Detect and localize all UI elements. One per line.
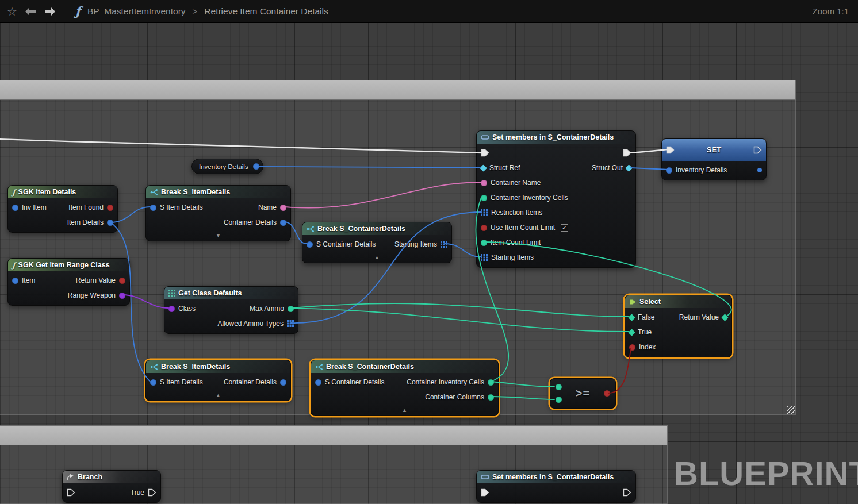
inv-item-pin[interactable] — [12, 205, 18, 211]
use-item-count-limit-pin[interactable] — [481, 225, 487, 231]
s-item-details-pin[interactable] — [150, 379, 156, 386]
pin-row: Inventory Details — [662, 163, 766, 178]
breadcrumb-blueprint[interactable]: BP_MasterItemInventory — [87, 6, 186, 17]
use-item-count-limit-checkbox[interactable]: ✓ — [561, 224, 568, 232]
breadcrumb-separator: > — [193, 6, 198, 16]
collapse-toggle[interactable]: ▼ — [146, 232, 290, 241]
inventory-details-pin[interactable] — [666, 167, 672, 174]
container-inventory-cells-label: Container Inventory Cells — [407, 378, 484, 386]
exec-in-pin[interactable] — [666, 146, 675, 154]
starting-items-pin[interactable] — [441, 241, 447, 248]
container-name-pin[interactable] — [481, 180, 487, 186]
set-inventory-details[interactable]: SETInventory Details — [661, 138, 767, 180]
struct-out-pin[interactable] — [625, 164, 633, 172]
exec-in-pin[interactable] — [481, 488, 489, 497]
node-header[interactable]: Break S_ContainerDetails — [302, 222, 451, 235]
node-header[interactable]: SET — [662, 139, 766, 161]
item-pin[interactable] — [12, 278, 18, 284]
exec-out-pin[interactable] — [753, 146, 762, 154]
s-item-details-pin[interactable] — [150, 205, 156, 211]
exec-out-pin[interactable] — [757, 168, 762, 172]
exec-out-pin[interactable] — [623, 149, 631, 157]
item-details-pin[interactable] — [107, 220, 113, 226]
range-weapon-pin[interactable] — [119, 293, 125, 299]
branch-node[interactable]: BranchTrue — [62, 470, 161, 503]
false-pin[interactable] — [628, 314, 635, 321]
node-header[interactable]: Select — [625, 295, 731, 308]
favorite-star-icon[interactable]: ☆ — [7, 6, 17, 17]
set-members-1[interactable]: Set members in S_ContainerDetailsStruct … — [476, 130, 636, 268]
break-struct-icon — [307, 225, 315, 233]
break-s-containerdetails-1[interactable]: Break S_ContainerDetailsS Container Deta… — [302, 222, 452, 263]
exec-in-pin[interactable] — [67, 488, 75, 497]
node-header[interactable]: Set members in S_ContainerDetails — [477, 131, 635, 144]
pin-row: Allowed Ammo Types — [164, 316, 298, 331]
container-details-pin[interactable] — [280, 220, 286, 226]
get-class-defaults[interactable]: Get Class DefaultsClassMax AmmoAllowed A… — [164, 286, 298, 334]
s-item-details-label: S Item Details — [160, 378, 203, 386]
container-inventory-cells-pin[interactable] — [481, 195, 487, 201]
select-node[interactable]: SelectFalseReturn ValueTrueIndex — [625, 295, 732, 357]
node-header[interactable]: Break S_ItemDetails — [146, 186, 290, 198]
collapse-toggle[interactable]: ▲ — [146, 392, 290, 401]
node-header[interactable]: ƒSGK Get Item Range Class — [8, 259, 129, 271]
allowed-ammo-types-pin[interactable] — [287, 320, 294, 327]
item-found-pin[interactable] — [107, 205, 113, 211]
pin-row: Range Weapon — [8, 288, 129, 303]
node-header[interactable]: Break S_ItemDetails — [146, 360, 290, 373]
return-value-pin[interactable] — [721, 314, 729, 321]
collapse-toggle[interactable]: ▲ — [302, 254, 451, 263]
true-label: True — [638, 328, 652, 336]
breadcrumb-function[interactable]: Retrieve Item Container Details — [204, 6, 328, 17]
operand-b-pin[interactable] — [556, 397, 562, 403]
item-count-limit-pin[interactable] — [481, 240, 487, 246]
collapse-toggle[interactable]: ▲ — [311, 407, 498, 415]
starting-items-pin[interactable] — [481, 254, 488, 261]
class-defaults-icon — [168, 290, 175, 297]
var-get-inventory-details[interactable]: Inventory Details — [191, 159, 263, 174]
sgk-get-item-range-class[interactable]: ƒSGK Get Item Range ClassItemReturn Valu… — [7, 258, 130, 306]
forward-arrow-icon[interactable] — [44, 7, 56, 16]
node-header[interactable]: Break S_ContainerDetails — [311, 360, 498, 373]
break-s-containerdetails-2[interactable]: Break S_ContainerDetailsS Container Deta… — [311, 360, 499, 416]
inventory-details-output-pin[interactable] — [253, 163, 259, 170]
true-pin[interactable] — [628, 329, 635, 336]
operand-a-pin[interactable] — [556, 384, 562, 390]
pin-row: S Item DetailsName — [146, 200, 290, 215]
exec-in-pin[interactable] — [481, 149, 489, 157]
break-s-itemdetails-2[interactable]: Break S_ItemDetailsS Item DetailsContain… — [145, 360, 291, 401]
container-inventory-cells-pin[interactable] — [488, 379, 494, 386]
container-columns-pin[interactable] — [488, 394, 494, 401]
node-title: Break S_ItemDetails — [161, 363, 230, 371]
node-title: SGK Item Details — [18, 188, 76, 196]
node-header[interactable]: Branch — [63, 471, 160, 483]
return-value-pin[interactable] — [119, 278, 125, 284]
name-pin[interactable] — [280, 205, 286, 211]
select-icon — [629, 298, 637, 306]
result-pin[interactable] — [604, 390, 610, 397]
s-container-details-pin[interactable] — [315, 379, 321, 386]
pin-row: Struct RefStruct Out — [477, 160, 635, 175]
node-header[interactable]: Get Class Defaults — [164, 287, 298, 299]
greater-equal-node[interactable]: >= — [550, 378, 616, 409]
max-ammo-pin[interactable] — [288, 306, 294, 312]
true-pin[interactable] — [148, 488, 156, 497]
back-arrow-icon[interactable] — [24, 7, 37, 16]
node-title: Branch — [78, 473, 102, 481]
sgk-item-details[interactable]: ƒSGK Item DetailsInv ItemItem FoundItem … — [7, 185, 118, 233]
s-container-details-pin[interactable] — [307, 241, 313, 248]
exec-out-pin[interactable] — [623, 488, 631, 497]
item-found-label: Item Found — [68, 203, 104, 211]
restriction-items-pin[interactable] — [481, 209, 488, 216]
break-s-itemdetails-1[interactable]: Break S_ItemDetailsS Item DetailsNameCon… — [145, 185, 291, 241]
node-header[interactable]: Set members in S_ContainerDetails — [477, 471, 635, 483]
set-members-2[interactable]: Set members in S_ContainerDetails — [476, 470, 636, 503]
allowed-ammo-types-label: Allowed Ammo Types — [218, 320, 284, 328]
struct-ref-pin[interactable] — [480, 164, 487, 172]
index-pin[interactable] — [629, 344, 635, 351]
toolbar: ☆ ƒ BP_MasterItemInventory > Retrieve It… — [0, 0, 858, 23]
s-container-details-label: S Container Details — [316, 240, 376, 248]
class-pin[interactable] — [168, 306, 175, 312]
node-header[interactable]: ƒSGK Item Details — [8, 186, 117, 198]
container-details-pin[interactable] — [280, 379, 286, 386]
